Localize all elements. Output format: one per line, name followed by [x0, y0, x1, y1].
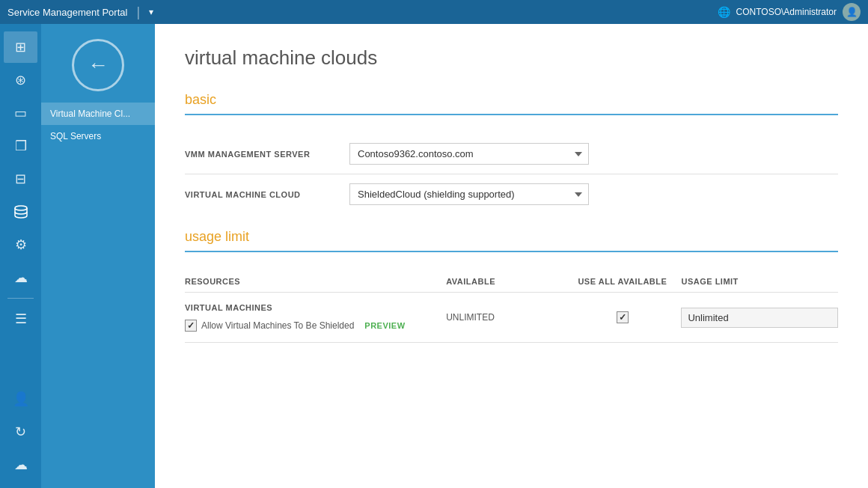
icon-sidebar: ⊞ ⊛ ▭ ❒ ⊟ ⚙ ☁ ☰ 👤 ↻ ☁ — [0, 24, 41, 488]
content-area: virtual machine clouds basic VMM MANAGEM… — [155, 24, 868, 488]
preview-badge: PREVIEW — [364, 321, 405, 330]
usage-table: RESOURCES AVAILABLE USE ALL AVAILABLE US… — [185, 271, 838, 343]
back-button[interactable]: ← — [72, 39, 124, 91]
portal-title: Service Management Portal — [7, 7, 127, 18]
vm-usage-row: VIRTUAL MACHINES Allow Virtual Machines … — [185, 293, 838, 343]
sidebar-icon-document[interactable]: ❒ — [4, 130, 37, 162]
allow-shielded-checkbox[interactable] — [185, 320, 197, 332]
user-name: CONTOSO\Administrator — [736, 7, 837, 17]
sidebar-separator — [7, 298, 34, 299]
allow-shielded-row: Allow Virtual Machines To Be Shielded PR… — [185, 320, 446, 332]
vm-cloud-control: ShieldedCloud (shielding supported) — [349, 183, 589, 205]
sidebar-icon-monitor[interactable]: ▭ — [4, 97, 37, 129]
sidebar-icon-grid[interactable]: ⊞ — [4, 31, 37, 63]
dropdown-chevron[interactable]: ▾ — [149, 7, 153, 17]
sidebar-icon-person[interactable]: 👤 — [4, 383, 37, 415]
nav-sidebar: ← Virtual Machine Cl... SQL Servers — [41, 24, 155, 488]
avatar: 👤 — [843, 3, 861, 21]
top-bar-left: Service Management Portal | ▾ — [7, 4, 153, 20]
nav-item-vm-clouds[interactable]: Virtual Machine Cl... — [41, 103, 155, 125]
page-title: virtual machine clouds — [185, 46, 838, 70]
svg-point-0 — [15, 206, 27, 210]
top-bar-divider: | — [136, 4, 140, 20]
vmm-server-label: VMM MANAGEMENT SERVER — [185, 150, 349, 159]
use-all-checkbox-cell — [563, 293, 681, 343]
resource-label: VIRTUAL MACHINES Allow Virtual Machines … — [185, 293, 446, 343]
usage-table-header-row: RESOURCES AVAILABLE USE ALL AVAILABLE US… — [185, 271, 838, 293]
allow-shielded-label: Allow Virtual Machines To Be Shielded — [201, 320, 354, 331]
usage-section-title: usage limit — [185, 229, 838, 245]
resource-name: VIRTUAL MACHINES — [185, 303, 446, 312]
basic-section-title: basic — [185, 92, 838, 108]
sidebar-icon-gear[interactable]: ⚙ — [4, 229, 37, 260]
col-header-use-all: USE ALL AVAILABLE — [563, 271, 681, 293]
vmm-server-row: VMM MANAGEMENT SERVER Contoso9362.contos… — [185, 134, 838, 174]
col-header-resources: RESOURCES — [185, 271, 446, 293]
nav-item-sql-servers[interactable]: SQL Servers — [41, 125, 155, 147]
sidebar-icon-windows[interactable]: ⊟ — [4, 163, 37, 195]
usage-limit-cell — [681, 293, 838, 343]
top-bar-right: 🌐 CONTOSO\Administrator 👤 — [718, 3, 861, 21]
col-header-usage-limit: USAGE LIMIT — [681, 271, 838, 293]
vmm-server-control: Contoso9362.contoso.com — [349, 143, 589, 165]
sidebar-icon-list[interactable]: ☰ — [4, 303, 37, 335]
vm-cloud-label: VIRTUAL MACHINE CLOUD — [185, 190, 349, 199]
vm-cloud-row: VIRTUAL MACHINE CLOUD ShieldedCloud (shi… — [185, 174, 838, 214]
sidebar-icon-database[interactable] — [4, 196, 37, 228]
top-bar: Service Management Portal | ▾ 🌐 CONTOSO\… — [0, 0, 868, 24]
use-all-checkbox[interactable] — [617, 311, 629, 323]
sidebar-icon-shield[interactable]: ⊛ — [4, 64, 37, 96]
available-value: UNLIMITED — [446, 293, 563, 343]
basic-section-divider — [185, 114, 838, 115]
usage-section: usage limit RESOURCES AVAILABLE USE ALL … — [185, 229, 838, 343]
main-layout: ⊞ ⊛ ▭ ❒ ⊟ ⚙ ☁ ☰ 👤 ↻ ☁ ← Virtual Machine … — [0, 24, 868, 488]
usage-limit-input[interactable] — [681, 308, 838, 328]
sidebar-icon-cloud-bottom[interactable]: ☁ — [4, 449, 37, 481]
sidebar-icon-cloud[interactable]: ☁ — [4, 262, 37, 293]
col-header-available: AVAILABLE — [446, 271, 563, 293]
basic-section: basic VMM MANAGEMENT SERVER Contoso9362.… — [185, 92, 838, 214]
usage-section-divider — [185, 251, 838, 252]
sidebar-icon-refresh[interactable]: ↻ — [4, 416, 37, 448]
globe-icon: 🌐 — [718, 6, 730, 18]
vmm-server-select[interactable]: Contoso9362.contoso.com — [349, 143, 589, 165]
vm-cloud-select[interactable]: ShieldedCloud (shielding supported) — [349, 183, 589, 205]
